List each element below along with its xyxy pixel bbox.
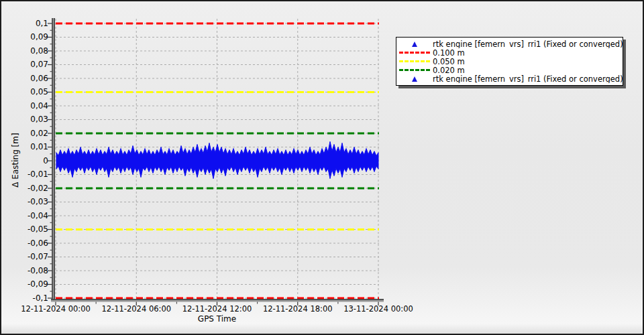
legend-row: rtk engine [femern_vrs]_rri1 (Fixed or c… [396,74,623,83]
legend-marker [396,69,433,71]
triangle-marker-icon [412,42,417,47]
legend-label: rtk engine [femern_vrs]_rri1 (Fixed or c… [433,40,623,48]
y-tick-label: -0,05 [17,225,48,234]
x-tick-label: 12-11-2024 12:00 [173,305,262,314]
chart-window: 0,10,090,080,070,060,050,040,030,020,010… [0,0,644,335]
x-tick-label: 13-11-2024 00:00 [334,305,423,314]
x-tick-label: 12-11-2024 18:00 [254,305,342,314]
x-tick-label: 12-11-2024 00:00 [11,305,100,314]
y-axis-title: Δ Easting [m] [11,133,20,187]
y-tick-label: -0,07 [17,253,48,261]
legend-marker [396,60,433,62]
y-tick-label: 0,04 [17,102,48,111]
y-tick-label: -0,01 [17,170,48,179]
y-tick-label: 0,05 [17,88,48,96]
legend-row: 0.020 m [396,66,623,74]
y-tick-label: -0,09 [17,280,48,289]
y-tick-label: -0,04 [17,212,48,220]
dash-line-icon [399,69,430,71]
y-tick-label: 0 [17,157,48,165]
y-tick-label: 0,06 [17,74,48,83]
y-tick-label: -0,06 [17,239,48,248]
legend: rtk engine [femern_vrs]_rri1 (Fixed or c… [396,37,623,86]
y-tick-label: -0,1 [17,294,48,303]
y-tick-label: 0,09 [17,33,48,42]
x-axis-title: GPS Time [163,314,271,324]
legend-row: rtk engine [femern_vrs]_rri1 (Fixed or c… [396,40,623,48]
y-tick-label: -0,08 [17,267,48,275]
legend-marker [396,52,433,54]
y-tick-label: 0,02 [17,129,48,138]
triangle-marker-icon [412,76,417,82]
dash-line-icon [399,52,430,54]
x-tick-label: 12-11-2024 06:00 [92,305,180,314]
legend-marker [396,76,433,82]
y-tick-label: 0,08 [17,47,48,56]
legend-marker [396,42,433,47]
legend-row: 0.100 m [396,48,623,57]
y-tick-label: 0,03 [17,115,48,124]
dash-line-icon [399,60,430,62]
legend-row: 0.050 m [396,57,623,66]
legend-label: 0.050 m [433,58,623,66]
y-tick-label: -0,02 [17,184,48,193]
y-tick-label: -0,03 [17,198,48,206]
legend-label: 0.020 m [433,66,623,74]
y-tick-label: 0,07 [17,60,48,69]
y-tick-label: 0,01 [17,143,48,151]
legend-label: 0.100 m [433,49,623,57]
legend-label: rtk engine [femern_vrs]_rri1 (Fixed or c… [433,75,623,83]
y-tick-label: 0,1 [17,19,48,28]
